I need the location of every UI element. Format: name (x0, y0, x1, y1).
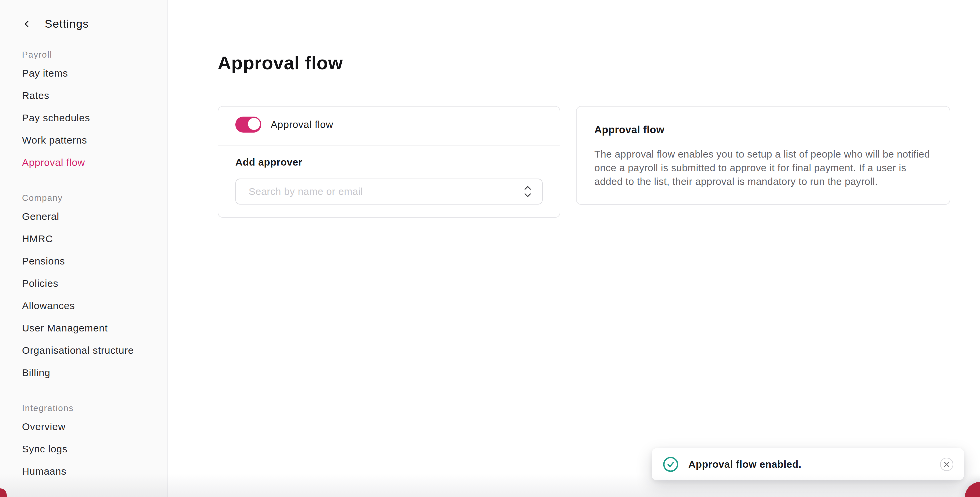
section-label-payroll: Payroll (22, 50, 158, 60)
sidebar-item-work-patterns[interactable]: Work patterns (22, 129, 158, 151)
section-label-company: Company (22, 193, 158, 203)
sidebar-item-rates[interactable]: Rates (22, 84, 158, 106)
sidebar-item-approval-flow[interactable]: Approval flow (22, 151, 158, 173)
sidebar-item-pay-schedules[interactable]: Pay schedules (22, 106, 158, 129)
success-toast: Approval flow enabled. (652, 448, 964, 480)
sidebar-item-policies[interactable]: Policies (22, 272, 158, 294)
approval-flow-toggle[interactable] (235, 117, 261, 133)
close-icon (943, 461, 950, 468)
success-check-icon (663, 457, 678, 472)
section-label-integrations: Integrations (22, 403, 158, 413)
settings-sidebar: Settings Payroll Pay items Rates Pay sch… (0, 0, 168, 497)
sidebar-item-hmrc[interactable]: HMRC (22, 227, 158, 250)
info-card-description: The approval flow enables you to setup a… (594, 147, 932, 188)
chevron-left-icon (22, 19, 32, 29)
toggle-knob (247, 117, 261, 130)
approval-flow-toggle-label: Approval flow (270, 119, 333, 130)
select-chevrons-icon (523, 184, 532, 199)
info-card-title: Approval flow (594, 124, 932, 136)
approval-flow-settings-card: Approval flow Add approver (218, 106, 560, 218)
sidebar-title: Settings (45, 17, 89, 30)
nav-section-company: General HMRC Pensions Policies Allowance… (22, 205, 158, 384)
sidebar-item-sync-logs[interactable]: Sync logs (22, 438, 158, 460)
add-approver-label: Add approver (235, 157, 542, 168)
sidebar-item-humaans[interactable]: Humaans (22, 460, 158, 482)
sidebar-item-user-management[interactable]: User Management (22, 317, 158, 339)
toast-close-button[interactable] (940, 458, 953, 471)
approver-search-select[interactable] (235, 179, 542, 205)
sidebar-item-overview[interactable]: Overview (22, 415, 158, 438)
sidebar-item-pensions[interactable]: Pensions (22, 250, 158, 272)
approval-flow-info-card: Approval flow The approval flow enables … (576, 106, 950, 205)
sidebar-item-general[interactable]: General (22, 205, 158, 227)
back-to-settings-button[interactable]: Settings (22, 17, 158, 30)
nav-section-integrations: Overview Sync logs Humaans (22, 415, 158, 482)
sidebar-item-pay-items[interactable]: Pay items (22, 62, 158, 84)
toast-message: Approval flow enabled. (688, 459, 930, 470)
page-title: Approval flow (218, 52, 980, 74)
nav-section-payroll: Pay items Rates Pay schedules Work patte… (22, 62, 158, 173)
main-content: Approval flow Approval flow Add approver (168, 0, 980, 497)
sidebar-item-allowances[interactable]: Allowances (22, 294, 158, 317)
sidebar-item-organisational-structure[interactable]: Organisational structure (22, 339, 158, 361)
sidebar-item-billing[interactable]: Billing (22, 361, 158, 384)
approver-search-input[interactable] (248, 186, 523, 197)
